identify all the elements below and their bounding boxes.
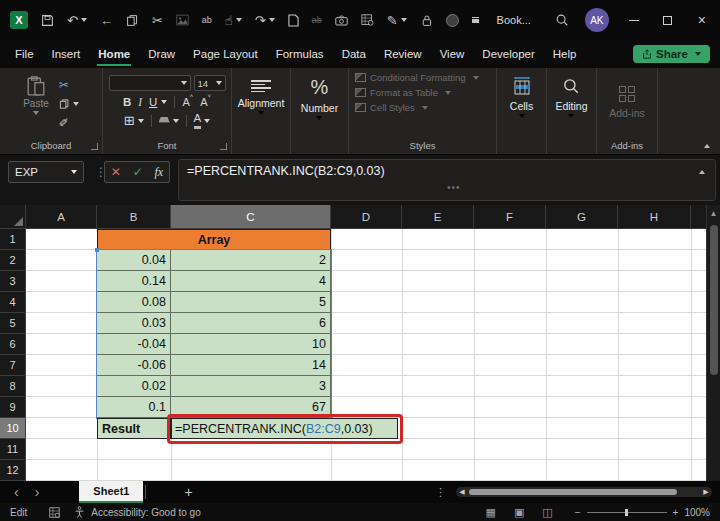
row-header-3[interactable]: 3 [0, 271, 26, 292]
cell-B6[interactable]: -0.04 [97, 334, 171, 355]
col-header-B[interactable]: B [97, 205, 171, 229]
italic-button[interactable]: I [138, 96, 142, 108]
redo-icon[interactable]: ↷ [255, 14, 275, 27]
tab-formulas[interactable]: Formulas [267, 43, 333, 65]
cell-B2[interactable]: 0.04 [97, 250, 171, 271]
customize-quick-access-icon[interactable] [472, 17, 479, 23]
accessibility-icon[interactable] [74, 506, 85, 518]
new-document-icon[interactable] [288, 14, 299, 27]
lookup-sheet-icon[interactable] [361, 14, 374, 26]
font-size-combo[interactable]: 14 [194, 75, 226, 91]
scroll-up-icon[interactable]: ▲ [707, 205, 720, 221]
col-header-F[interactable]: F [474, 205, 546, 229]
cell-C4[interactable]: 5 [171, 292, 331, 313]
row-header-4[interactable]: 4 [0, 292, 26, 313]
macro-record-icon[interactable] [49, 507, 60, 518]
font-color-button[interactable]: A [194, 113, 202, 129]
copy-icon[interactable] [126, 14, 139, 27]
cell-C5[interactable]: 6 [171, 313, 331, 334]
tab-insert[interactable]: Insert [43, 43, 90, 65]
font-color-menu-icon[interactable] [204, 119, 210, 123]
col-header-G[interactable]: G [546, 205, 618, 229]
new-sheet-button[interactable]: + [184, 484, 192, 500]
cell-B5[interactable]: 0.03 [97, 313, 171, 334]
cells-button[interactable]: Cells [510, 77, 533, 118]
confirm-entry-button[interactable]: ✓ [133, 165, 143, 179]
prev-sheet-icon[interactable]: ‹ [14, 485, 19, 499]
col-header-E[interactable]: E [402, 205, 474, 229]
cell-C10-formula[interactable]: =PERCENTRANK.INC(B2:C9,0.03) [171, 418, 398, 439]
col-header-D[interactable]: D [331, 205, 402, 229]
zoom-out-icon[interactable]: − [575, 507, 581, 518]
col-header-H[interactable]: H [618, 205, 691, 229]
zoom-level[interactable]: 100% [684, 507, 710, 518]
user-avatar[interactable]: AK [585, 8, 609, 32]
save-icon[interactable] [41, 14, 54, 27]
tab-page-layout[interactable]: Page Layout [184, 43, 267, 65]
format-painter-button[interactable]: ✐ [59, 116, 79, 130]
font-name-combo[interactable] [109, 75, 191, 91]
col-header-C[interactable]: C [171, 205, 331, 229]
row-header-5[interactable]: 5 [0, 313, 26, 334]
cell-C3[interactable]: 4 [171, 271, 331, 292]
scroll-right-icon[interactable]: ▶ [700, 488, 712, 496]
row-header-11[interactable]: 11 [0, 439, 26, 460]
formula-bar-grip[interactable]: ••• [447, 182, 461, 193]
cell-C2[interactable]: 2 [171, 250, 331, 271]
tab-view[interactable]: View [431, 43, 474, 65]
clipboard-dialog-launcher-icon[interactable] [91, 143, 98, 150]
cell-B7[interactable]: -0.06 [97, 355, 171, 376]
cell-B3[interactable]: 0.14 [97, 271, 171, 292]
spelling-icon[interactable]: ab [202, 16, 212, 25]
tab-review[interactable]: Review [375, 43, 431, 65]
cancel-entry-button[interactable]: ✕ [111, 165, 121, 179]
tab-developer[interactable]: Developer [473, 43, 543, 65]
bold-button[interactable]: B [123, 96, 131, 108]
page-break-view-icon[interactable]: ◫ [542, 506, 552, 519]
share-button[interactable]: Share [633, 45, 710, 63]
row-header-6[interactable]: 6 [0, 334, 26, 355]
minimize-button[interactable] [617, 0, 651, 40]
normal-view-icon[interactable]: ▦ [486, 506, 496, 519]
row-header-8[interactable]: 8 [0, 376, 26, 397]
tab-data[interactable]: Data [333, 43, 375, 65]
vertical-scroll-thumb[interactable] [710, 225, 718, 375]
name-box[interactable]: EXP [8, 161, 84, 183]
camera-icon[interactable] [335, 15, 348, 26]
sheetbar-overflow-icon[interactable]: ⋮ [435, 486, 446, 499]
zoom-in-icon[interactable]: + [673, 507, 679, 518]
search-icon[interactable] [555, 13, 569, 27]
row-header-7[interactable]: 7 [0, 355, 26, 376]
insert-function-button[interactable]: fx [154, 165, 163, 180]
alignment-button[interactable]: Alignment [238, 77, 285, 115]
page-layout-view-icon[interactable]: ▣ [514, 506, 524, 519]
cell-B9[interactable]: 0.1 [97, 397, 171, 418]
zoom-slider-thumb[interactable] [625, 509, 628, 516]
back-arrow-icon[interactable]: ← [100, 14, 113, 27]
cell-B1-array-title[interactable]: Array [97, 229, 331, 250]
tab-file[interactable]: File [6, 43, 43, 65]
tab-home[interactable]: Home [89, 43, 139, 65]
cell-C6[interactable]: 10 [171, 334, 331, 355]
close-button[interactable]: × [685, 0, 719, 40]
cell-C7[interactable]: 14 [171, 355, 331, 376]
row-header-1[interactable]: 1 [0, 229, 26, 250]
tab-draw[interactable]: Draw [139, 43, 184, 65]
accessibility-status[interactable]: Accessibility: Good to go [91, 507, 201, 518]
font-dialog-launcher-icon[interactable] [220, 143, 227, 150]
row-header-2[interactable]: 2 [0, 250, 26, 271]
underline-button[interactable]: U [149, 96, 157, 108]
horizontal-scroll-thumb[interactable] [469, 489, 677, 495]
col-header-A[interactable]: A [26, 205, 97, 229]
draft-pen-icon[interactable]: ✎ [387, 14, 407, 27]
permissions-lock-icon[interactable] [420, 14, 433, 27]
cell-B4[interactable]: 0.08 [97, 292, 171, 313]
cell-B8[interactable]: 0.02 [97, 376, 171, 397]
select-all-corner[interactable] [0, 205, 26, 229]
formula-input[interactable]: =PERCENTRANK.INC(B2:C9,0.03) ••• [178, 159, 716, 201]
paste-button[interactable]: Paste [23, 76, 49, 130]
cut-icon[interactable]: ✂ [152, 14, 163, 27]
cell-B10-result-label[interactable]: Result [97, 418, 171, 439]
sheet-tab-sheet1[interactable]: Sheet1 [79, 481, 143, 503]
fill-color-menu-icon[interactable] [173, 119, 179, 123]
